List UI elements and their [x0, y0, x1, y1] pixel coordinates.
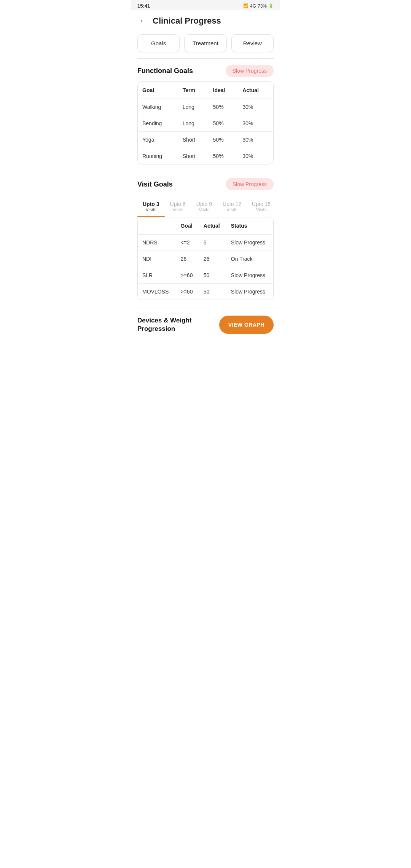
signal-type: 4G [250, 3, 256, 9]
row-ideal: 50% [209, 115, 238, 132]
visit-tab-main: Upto 15 [252, 201, 271, 207]
col-actual: Actual [238, 82, 273, 99]
visit-goals-badge: Slow Progress [226, 178, 274, 190]
visit-tab-sub: Visits [146, 207, 156, 212]
table-row: SLR >=60 50 Slow Progress [138, 267, 273, 284]
visit-tab-sub: Visits [256, 207, 266, 212]
row-goal: <=2 [176, 235, 199, 251]
row-term: Short [178, 148, 209, 164]
row-actual: 30% [238, 115, 273, 132]
visit-tab-sub: Visits [226, 207, 237, 212]
tab-goals[interactable]: Goals [137, 34, 180, 52]
row-actual: 30% [238, 132, 273, 148]
table-row: NDI 26 26 On Track [138, 251, 273, 267]
row-actual: 30% [238, 99, 273, 115]
bottom-title: Devices & Weight Progression [137, 316, 213, 333]
visit-tab-main: Upto 9 [196, 201, 212, 207]
functional-goals-title: Functional Goals [137, 67, 193, 75]
table-row: Bending Long 50% 30% [138, 115, 273, 132]
header: ← Clinical Progress [131, 10, 280, 31]
visit-goals-header-row: Goal Actual Status [138, 217, 273, 235]
status-time: 15:41 [137, 3, 150, 9]
visit-tab-item[interactable]: Upto 6 Visits [165, 198, 191, 217]
row-ideal: 50% [209, 132, 238, 148]
visit-goals-header: Visit Goals Slow Progress [131, 172, 280, 195]
bottom-section: Devices & Weight Progression VIEW GRAPH [131, 308, 280, 341]
visit-goals-card: Goal Actual Status NDRS <=2 5 Slow Progr… [137, 217, 274, 300]
row-actual: 5 [199, 235, 226, 251]
visit-tab-item[interactable]: Upto 12 Visits [217, 198, 247, 217]
col-goal: Goal [138, 82, 178, 99]
row-name: SLR [138, 267, 176, 284]
row-term: Long [178, 115, 209, 132]
row-actual: 50 [199, 284, 226, 300]
col-term: Term [178, 82, 209, 99]
visit-tab-sub: Visits [172, 207, 183, 212]
row-actual: 50 [199, 267, 226, 284]
view-graph-button[interactable]: VIEW GRAPH [219, 316, 274, 334]
table-row: Yoga Short 50% 30% [138, 132, 273, 148]
visit-tabs-bar: Upto 3 Visits Upto 6 Visits Upto 9 Visit… [131, 195, 280, 217]
row-ideal: 50% [209, 148, 238, 164]
tab-treatment[interactable]: Treatment [184, 34, 226, 52]
visit-goals-title: Visit Goals [137, 180, 173, 188]
visit-tab-main: Upto 3 [143, 201, 159, 207]
row-status: Slow Progress [226, 235, 273, 251]
status-bar: 15:41 📶 4G 73% 🔋 [131, 0, 280, 10]
functional-goals-header-row: Goal Term Ideal Actual [138, 82, 273, 99]
row-goal: Running [138, 148, 178, 164]
row-goal: >=60 [176, 267, 199, 284]
visit-tab-main: Upto 6 [170, 201, 186, 207]
table-row: MOVLOSS >=60 50 Slow Progress [138, 284, 273, 300]
row-status: Slow Progress [226, 267, 273, 284]
row-goal: Walking [138, 99, 178, 115]
battery-level: 73% [258, 3, 267, 9]
visit-tab-item[interactable]: Upto 9 Visits [191, 198, 217, 217]
visit-tab-item[interactable]: Upto 15 Visits [247, 198, 276, 217]
functional-goals-table: Goal Term Ideal Actual Walking Long 50% … [138, 82, 273, 164]
visit-goals-table: Goal Actual Status NDRS <=2 5 Slow Progr… [138, 217, 273, 300]
visit-col-name [138, 217, 176, 235]
row-term: Long [178, 99, 209, 115]
status-icons: 📶 4G 73% 🔋 [243, 3, 274, 9]
visit-tab-sub: Visits [199, 207, 209, 212]
visit-col-status: Status [226, 217, 273, 235]
row-actual: 30% [238, 148, 273, 164]
signal-icon: 📶 [243, 3, 249, 8]
visit-col-actual: Actual [199, 217, 226, 235]
row-name: NDRS [138, 235, 176, 251]
back-button[interactable]: ← [137, 15, 148, 27]
functional-goals-header: Functional Goals Slow Progress [131, 59, 280, 81]
row-status: Slow Progress [226, 284, 273, 300]
row-actual: 26 [199, 251, 226, 267]
battery-icon: 🔋 [268, 3, 274, 8]
tab-bar: Goals Treatment Review [131, 31, 280, 58]
row-goal: Yoga [138, 132, 178, 148]
row-goal: Bending [138, 115, 178, 132]
row-status: On Track [226, 251, 273, 267]
col-ideal: Ideal [209, 82, 238, 99]
row-ideal: 50% [209, 99, 238, 115]
visit-tab-main: Upto 12 [223, 201, 241, 207]
visit-col-goal: Goal [176, 217, 199, 235]
row-goal: >=60 [176, 284, 199, 300]
functional-goals-badge: Slow Progress [226, 65, 274, 77]
functional-goals-card: Goal Term Ideal Actual Walking Long 50% … [137, 81, 274, 164]
row-name: MOVLOSS [138, 284, 176, 300]
row-term: Short [178, 132, 209, 148]
table-row: Running Short 50% 30% [138, 148, 273, 164]
row-goal: 26 [176, 251, 199, 267]
table-row: NDRS <=2 5 Slow Progress [138, 235, 273, 251]
visit-tab-item[interactable]: Upto 3 Visits [137, 198, 165, 217]
table-row: Walking Long 50% 30% [138, 99, 273, 115]
row-name: NDI [138, 251, 176, 267]
page-title: Clinical Progress [153, 16, 221, 26]
tab-review[interactable]: Review [231, 34, 274, 52]
